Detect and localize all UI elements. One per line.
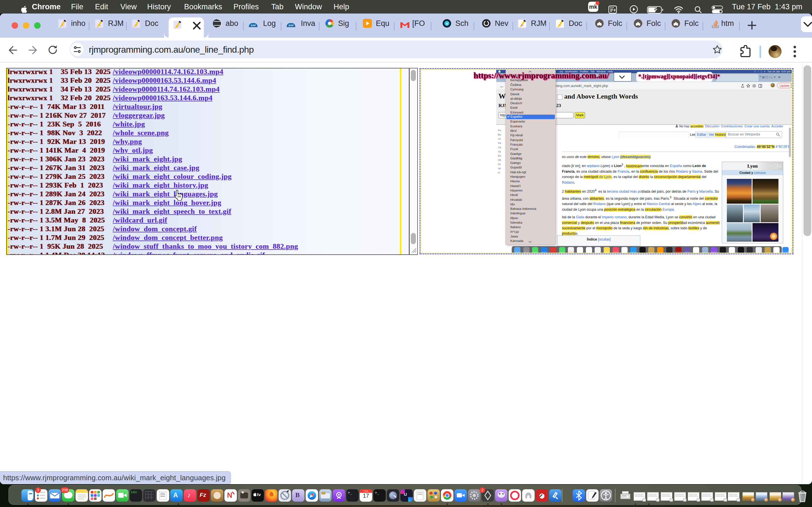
svg-text:SAP: SAP [251, 24, 256, 27]
svg-text:v: v [446, 21, 448, 25]
svg-text:SAP: SAP [289, 24, 294, 27]
